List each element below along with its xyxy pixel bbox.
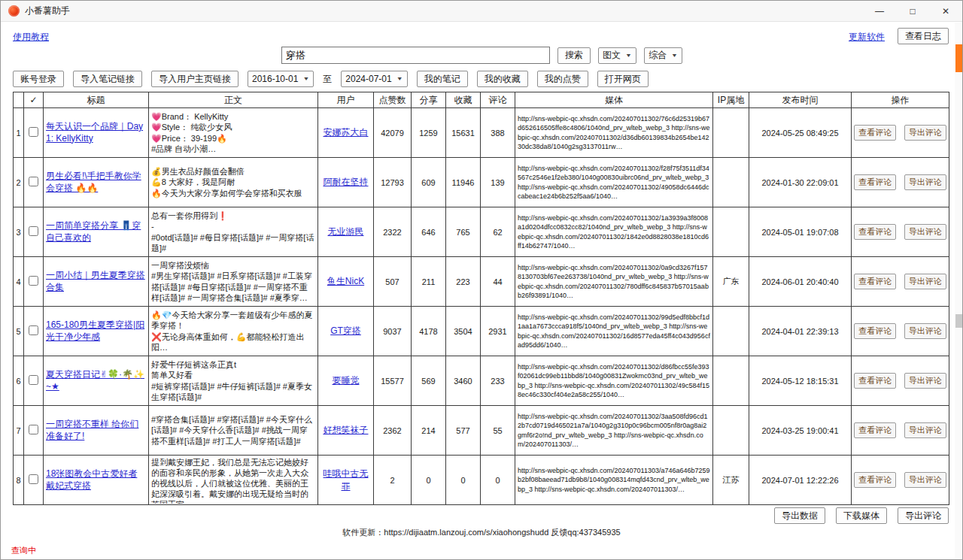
header-index: [14, 92, 24, 108]
header-likes: 点赞数: [374, 92, 412, 108]
export-comments-button[interactable]: 导出评论: [904, 323, 946, 339]
export-comments-button[interactable]: 导出评论: [904, 422, 946, 438]
row-checkbox[interactable]: [29, 375, 38, 385]
import-user-links-button[interactable]: 导入用户主页链接: [151, 71, 238, 87]
cell-actions: 查看评论 导出评论: [852, 356, 949, 406]
my-likes-button[interactable]: 我的点赞: [537, 71, 588, 87]
view-comments-button[interactable]: 查看评论: [854, 422, 896, 438]
cell-collects: 0: [446, 456, 481, 505]
search-button[interactable]: 搜索: [557, 47, 591, 64]
table-row: 4 一周小结｜男生夏季穿搭合集 一周穿搭没烦恼 #男生穿搭[话题]# #日系穿搭…: [14, 257, 949, 307]
cell-title: 一周小结｜男生夏季穿搭合集: [44, 257, 149, 307]
content-type-select[interactable]: 图文 ▼: [598, 47, 636, 64]
cell-time: 2024-07-01 12:22:26: [749, 456, 852, 505]
row-checkbox[interactable]: [29, 325, 38, 335]
import-note-links-button[interactable]: 导入笔记链接: [73, 71, 142, 87]
cell-comments: 55: [481, 406, 515, 456]
row-checkbox[interactable]: [29, 474, 38, 484]
view-comments-button[interactable]: 查看评论: [854, 274, 896, 289]
row-checkbox[interactable]: [29, 276, 38, 286]
cell-content: 好爱牛仔短裤这条正真t 简单又好看 #短裤穿搭[话题]# #牛仔短裤[话题]# …: [149, 356, 318, 406]
cell-user: 要睡觉: [318, 356, 374, 406]
row-index: 3: [14, 207, 24, 257]
view-comments-button[interactable]: 查看评论: [854, 174, 896, 190]
cell-user: 哇哦中古无罪: [318, 456, 374, 505]
cell-likes: 507: [374, 257, 412, 307]
export-comments-footer-button[interactable]: 导出评论: [898, 507, 949, 524]
row-checkbox-cell: [24, 257, 44, 307]
table-row: 6 夏天穿搭日记✌🍀·🌴✨~★ 好爱牛仔短裤这条正真t 简单又好看 #短裤穿搭[…: [14, 356, 949, 406]
my-notes-button[interactable]: 我的笔记: [417, 71, 468, 87]
view-log-button[interactable]: 查看日志: [898, 28, 949, 44]
vertical-scrollbar[interactable]: [955, 23, 962, 559]
table-row: 5 165-180男生夏季穿搭|阳光干净少年感 🔥💎今天给大家分享一套超级有少年…: [14, 307, 949, 356]
note-title-link[interactable]: 18张图教会中古爱好者戴妃式穿搭: [46, 468, 146, 492]
account-login-button[interactable]: 账号登录: [13, 71, 64, 87]
row-index: 6: [14, 356, 24, 406]
minimize-button[interactable]: —: [863, 1, 896, 21]
export-comments-button[interactable]: 导出评论: [904, 274, 946, 289]
view-comments-button[interactable]: 查看评论: [854, 224, 896, 240]
row-index: 7: [14, 406, 24, 456]
row-checkbox-cell: [24, 356, 44, 406]
row-checkbox-cell: [24, 108, 44, 158]
row-index: 1: [14, 108, 24, 158]
cell-title: 165-180男生夏季穿搭|阳光干净少年感: [44, 307, 149, 356]
user-link[interactable]: 哇哦中古无罪: [324, 468, 369, 492]
user-link[interactable]: 无业游民: [328, 226, 364, 237]
sort-select[interactable]: 综合 ▼: [644, 47, 682, 64]
export-comments-button[interactable]: 导出评论: [904, 125, 946, 141]
note-title-link[interactable]: 165-180男生夏季穿搭|阳光干净少年感: [46, 319, 146, 343]
note-title-link[interactable]: 夏天穿搭日记✌🍀·🌴✨~★: [46, 369, 146, 392]
cell-comments: 233: [481, 356, 515, 406]
note-title-link[interactable]: 每天认识一个品牌｜Day1: KellyKitty: [46, 121, 146, 144]
view-comments-button[interactable]: 查看评论: [854, 125, 896, 141]
view-comments-button[interactable]: 查看评论: [854, 323, 896, 339]
cell-shares: 569: [412, 356, 446, 406]
note-title-link[interactable]: 一周小结｜男生夏季穿搭合集: [46, 270, 146, 293]
export-comments-button[interactable]: 导出评论: [904, 373, 946, 389]
date-start-value: 2016-10-01: [252, 74, 298, 84]
header-check[interactable]: ✓: [24, 92, 44, 108]
app-title: 小番薯助手: [25, 5, 70, 17]
user-link[interactable]: 鱼生NicK: [327, 276, 364, 286]
export-comments-button[interactable]: 导出评论: [904, 224, 946, 240]
note-title-link[interactable]: 男生必看!\手把手教你学会穿搭 🔥🔥: [46, 171, 146, 194]
maximize-button[interactable]: □: [896, 1, 929, 21]
row-checkbox[interactable]: [29, 127, 38, 137]
update-software-link[interactable]: 更新软件: [849, 31, 885, 44]
cell-shares: 646: [412, 207, 446, 257]
date-start-picker[interactable]: 2016-10-01 ▼: [248, 71, 314, 87]
row-checkbox[interactable]: [29, 425, 38, 434]
note-title-link[interactable]: 一周穿搭不重样 给你们准备好了!: [46, 419, 146, 442]
user-link[interactable]: 安娜苏大白: [324, 127, 369, 138]
my-collections-button[interactable]: 我的收藏: [477, 71, 528, 87]
header-content: 正文: [149, 92, 318, 108]
user-link[interactable]: 要睡觉: [333, 375, 360, 386]
cell-ip: [713, 108, 749, 158]
scrollbar-thumb[interactable]: [955, 44, 962, 72]
view-comments-button[interactable]: 查看评论: [854, 373, 896, 389]
sort-value: 综合: [649, 49, 667, 62]
user-link[interactable]: 好想笑袜子: [324, 425, 369, 435]
search-input[interactable]: [281, 47, 550, 64]
user-link[interactable]: 阿耐在坚持: [324, 177, 369, 187]
open-web-button[interactable]: 打开网页: [597, 71, 649, 87]
row-checkbox[interactable]: [29, 177, 38, 186]
row-checkbox[interactable]: [29, 226, 38, 236]
table-row: 7 一周穿搭不重样 给你们准备好了! #穿搭合集[话题]# #穿搭[话题]# #…: [14, 406, 949, 456]
tutorial-link[interactable]: 使用教程: [13, 31, 49, 44]
close-button[interactable]: ✕: [929, 1, 962, 21]
download-media-button[interactable]: 下载媒体: [836, 507, 887, 524]
row-checkbox-cell: [24, 158, 44, 207]
export-comments-button[interactable]: 导出评论: [904, 472, 946, 488]
table-body: 1 每天认识一个品牌｜Day1: KellyKitty 💗Brand： Kell…: [14, 108, 949, 505]
view-comments-button[interactable]: 查看评论: [854, 472, 896, 488]
export-data-button[interactable]: 导出数据: [774, 507, 825, 524]
user-link[interactable]: GT穿搭: [330, 325, 361, 336]
cell-shares: 214: [412, 406, 446, 456]
note-title-link[interactable]: 一周简单穿搭分享 👖穿自己喜欢的: [46, 220, 146, 244]
date-end-picker[interactable]: 2024-07-01 ▼: [341, 71, 407, 87]
scrollbar-marker[interactable]: [955, 314, 962, 328]
export-comments-button[interactable]: 导出评论: [904, 174, 946, 190]
